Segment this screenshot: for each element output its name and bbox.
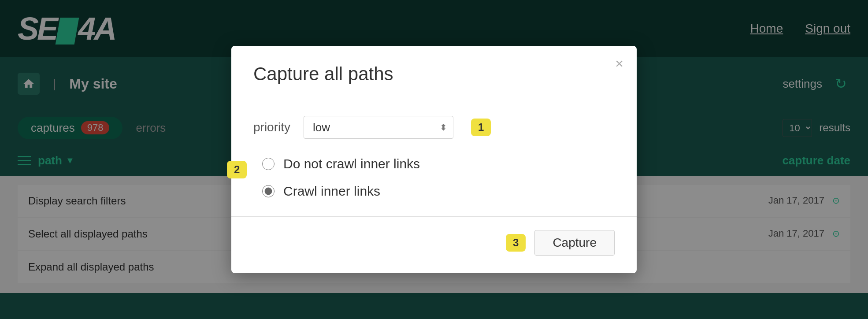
modal-footer: 3 Capture	[253, 230, 615, 256]
radio-crawl-input[interactable]	[262, 185, 274, 197]
badge-2: 2	[227, 161, 247, 178]
radio-group: 2 Do not crawl inner links Crawl inner l…	[262, 156, 615, 199]
modal-title: Capture all paths	[253, 63, 615, 85]
priority-row: priority low normal high ⬍ 1	[253, 116, 615, 139]
radio-crawl-label: Crawl inner links	[283, 184, 380, 199]
badge-3: 3	[506, 234, 526, 252]
priority-select-wrap: low normal high ⬍	[304, 116, 453, 139]
radio-do-not-crawl[interactable]: Do not crawl inner links	[262, 156, 615, 171]
radio-do-not-crawl-input[interactable]	[262, 158, 274, 170]
priority-select[interactable]: low normal high	[304, 116, 453, 139]
modal-overlay: × Capture all paths priority low normal …	[0, 0, 868, 319]
modal-divider	[231, 98, 637, 98]
radio-do-not-crawl-label: Do not crawl inner links	[283, 156, 420, 171]
priority-label: priority	[253, 120, 290, 134]
capture-button[interactable]: Capture	[534, 230, 615, 256]
badge-1: 1	[471, 119, 491, 136]
modal: × Capture all paths priority low normal …	[231, 46, 637, 273]
modal-close-button[interactable]: ×	[615, 56, 623, 70]
modal-footer-divider	[231, 216, 637, 217]
radio-crawl[interactable]: Crawl inner links	[262, 184, 615, 199]
